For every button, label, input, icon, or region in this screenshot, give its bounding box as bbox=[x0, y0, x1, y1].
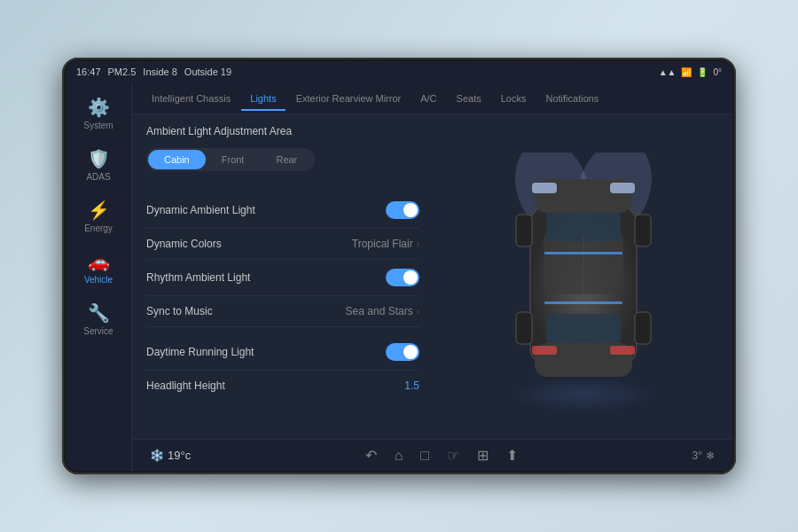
value-dynamic-colors: Tropical Flair › bbox=[352, 238, 419, 250]
sidebar-item-service[interactable]: 🔧 Service bbox=[70, 295, 128, 343]
signal-icon: 📶 bbox=[681, 67, 692, 77]
nav-square-button[interactable]: □ bbox=[420, 448, 429, 464]
toggle-dynamic-ambient-light[interactable] bbox=[386, 201, 419, 219]
nav-columns-button[interactable]: ⊞ bbox=[477, 447, 489, 464]
svg-rect-12 bbox=[516, 215, 532, 246]
label-dynamic-colors: Dynamic Colors bbox=[146, 238, 222, 250]
svg-rect-11 bbox=[610, 346, 635, 355]
tab-seats[interactable]: Seats bbox=[448, 86, 490, 111]
svg-rect-8 bbox=[532, 183, 557, 193]
car-panel bbox=[434, 114, 732, 439]
content-area: Intelligent Chassis Lights Exterior Rear… bbox=[132, 82, 732, 471]
time-display: 16:47 bbox=[76, 66, 101, 77]
text-dynamic-colors: Tropical Flair bbox=[352, 238, 413, 250]
tab-notifications[interactable]: Notifications bbox=[536, 86, 607, 111]
inside-temp: Inside 8 bbox=[143, 66, 177, 77]
temperature-display: ❄️ 19°c bbox=[150, 449, 191, 462]
row-daytime-running-light: Daytime Running Light bbox=[146, 334, 419, 371]
outside-temp: Outside 19 bbox=[184, 66, 231, 77]
sidebar-label-system: System bbox=[83, 121, 113, 130]
snowflake-icon: ❄ bbox=[706, 450, 715, 462]
service-icon: 🔧 bbox=[88, 302, 110, 324]
svg-rect-17 bbox=[544, 301, 622, 304]
svg-rect-15 bbox=[635, 312, 651, 344]
svg-rect-10 bbox=[532, 346, 557, 355]
label-headlight-height: Headlight Height bbox=[146, 379, 225, 392]
nav-fingerprint-button[interactable]: ☞ bbox=[447, 447, 459, 464]
svg-rect-18 bbox=[544, 252, 622, 254]
row-sync-to-music[interactable]: Sync to Music Sea and Stars › bbox=[146, 296, 419, 327]
tab-intelligent-chassis[interactable]: Intelligent Chassis bbox=[143, 86, 239, 111]
main-layout: ⚙️ System 🛡️ ADAS ⚡ Energy 🚗 Vehicle 🔧 bbox=[66, 82, 732, 471]
sidebar-label-energy: Energy bbox=[84, 223, 113, 233]
svg-rect-14 bbox=[516, 312, 532, 344]
row-dynamic-colors[interactable]: Dynamic Colors Tropical Flair › bbox=[146, 229, 419, 260]
wifi-icon: ▲▲ bbox=[659, 67, 677, 77]
tab-locks[interactable]: Locks bbox=[492, 86, 536, 111]
settings-panel: Ambient Light Adjustment Area Cabin Fron… bbox=[132, 114, 434, 439]
screen-bezel: 16:47 PM2.5 Inside 8 Outside 19 ▲▲ 📶 🔋 0… bbox=[62, 58, 736, 474]
sidebar-item-vehicle[interactable]: 🚗 Vehicle bbox=[70, 244, 128, 292]
battery-text: 0° bbox=[713, 67, 722, 77]
temp-icon: ❄️ bbox=[150, 449, 164, 462]
sidebar-label-adas: ADAS bbox=[86, 172, 110, 182]
tab-ac[interactable]: A/C bbox=[411, 86, 445, 111]
chevron-sync-to-music: › bbox=[417, 307, 419, 317]
label-dynamic-ambient-light: Dynamic Ambient Light bbox=[146, 204, 255, 216]
tab-exterior-rearview-mirror[interactable]: Exterior Rearview Mirror bbox=[287, 86, 411, 111]
nav-back-button[interactable]: ↶ bbox=[365, 447, 377, 464]
car-top-view bbox=[504, 153, 663, 401]
battery-icon: 🔋 bbox=[697, 67, 708, 77]
status-right: ▲▲ 📶 🔋 0° bbox=[659, 67, 722, 77]
row-headlight-height: Headlight Height 1.5 bbox=[146, 371, 419, 401]
toggle-daytime-running-light[interactable] bbox=[386, 343, 419, 361]
label-rhythm-ambient-light: Rhythm Ambient Light bbox=[146, 271, 250, 284]
sidebar-label-service: Service bbox=[83, 326, 113, 336]
vehicle-icon: 🚗 bbox=[88, 251, 110, 272]
section-title: Ambient Light Adjustment Area bbox=[146, 125, 419, 137]
system-icon: ⚙️ bbox=[88, 97, 110, 118]
toggle-rhythm-ambient-light[interactable] bbox=[386, 269, 419, 286]
text-sync-to-music: Sea and Stars bbox=[346, 305, 413, 317]
adas-icon: 🛡️ bbox=[88, 148, 110, 169]
right-temp: 3° bbox=[692, 450, 702, 462]
sidebar-item-adas[interactable]: 🛡️ ADAS bbox=[70, 141, 128, 189]
tab-nav: Intelligent Chassis Lights Exterior Rear… bbox=[132, 82, 732, 114]
sidebar-label-vehicle: Vehicle bbox=[84, 275, 113, 285]
label-daytime-running-light: Daytime Running Light bbox=[146, 346, 254, 358]
bottom-right-info: 3° ❄ bbox=[692, 450, 715, 462]
chevron-dynamic-colors: › bbox=[417, 239, 419, 249]
area-tab-cabin[interactable]: Cabin bbox=[148, 150, 206, 169]
sidebar-item-energy[interactable]: ⚡ Energy bbox=[70, 192, 128, 240]
row-rhythm-ambient-light: Rhythm Ambient Light bbox=[146, 260, 419, 296]
status-bar: 16:47 PM2.5 Inside 8 Outside 19 ▲▲ 📶 🔋 0… bbox=[66, 61, 732, 82]
svg-rect-13 bbox=[635, 215, 651, 246]
svg-rect-9 bbox=[610, 183, 635, 193]
bottom-bar: ❄️ 19°c ↶ ⌂ □ ☞ ⊞ ⬆ 3° ❄ bbox=[132, 439, 732, 471]
settings-list: Dynamic Ambient Light Dynamic Colors Tro… bbox=[146, 192, 419, 401]
bottom-nav: ↶ ⌂ □ ☞ ⊞ ⬆ bbox=[365, 447, 518, 464]
row-dynamic-ambient-light: Dynamic Ambient Light bbox=[146, 192, 419, 229]
energy-icon: ⚡ bbox=[88, 200, 110, 221]
nav-home-button[interactable]: ⌂ bbox=[395, 448, 403, 464]
value-sync-to-music: Sea and Stars › bbox=[346, 305, 419, 317]
tab-lights[interactable]: Lights bbox=[241, 86, 285, 111]
label-sync-to-music: Sync to Music bbox=[146, 305, 213, 317]
nav-upload-button[interactable]: ⬆ bbox=[506, 447, 518, 464]
area-tab-front[interactable]: Front bbox=[206, 150, 261, 169]
sidebar: ⚙️ System 🛡️ ADAS ⚡ Energy 🚗 Vehicle 🔧 bbox=[66, 82, 132, 471]
svg-rect-4 bbox=[546, 210, 621, 241]
screen: 16:47 PM2.5 Inside 8 Outside 19 ▲▲ 📶 🔋 0… bbox=[66, 61, 732, 471]
sidebar-item-system[interactable]: ⚙️ System bbox=[70, 90, 128, 137]
temp-value: 19°c bbox=[168, 449, 191, 462]
pm25-label: PM2.5 bbox=[108, 66, 137, 77]
split-content: Ambient Light Adjustment Area Cabin Fron… bbox=[132, 114, 732, 439]
status-left: 16:47 PM2.5 Inside 8 Outside 19 bbox=[76, 66, 231, 77]
value-headlight-height: 1.5 bbox=[404, 379, 419, 392]
area-tab-rear[interactable]: Rear bbox=[260, 150, 313, 169]
area-tabs: Cabin Front Rear bbox=[146, 148, 315, 171]
svg-rect-5 bbox=[546, 314, 621, 345]
